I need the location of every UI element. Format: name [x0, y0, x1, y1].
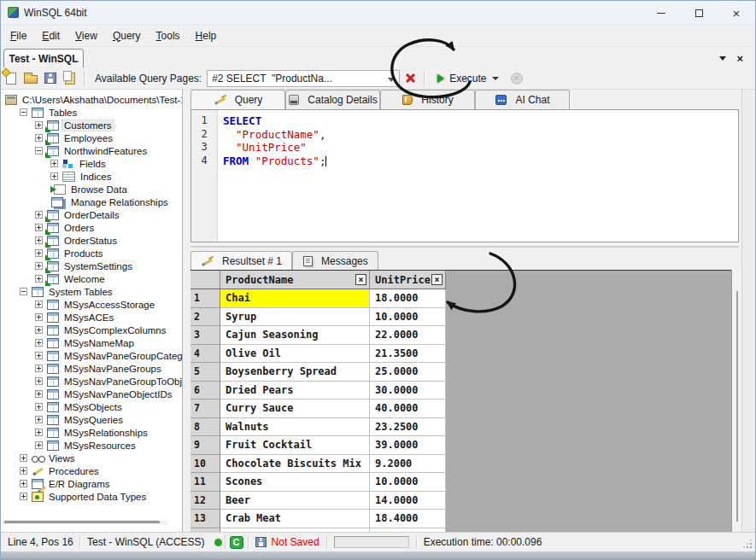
expander-plus-icon[interactable] — [50, 160, 58, 167]
expander-plus-icon[interactable] — [35, 352, 43, 359]
tab-resultset-1[interactable]: Resultset # 1 — [190, 251, 292, 270]
delete-query-page-button[interactable] — [401, 69, 419, 88]
cell-product-name[interactable]: Curry Sauce — [220, 400, 370, 418]
tree-item-msysnavpanegroups[interactable]: MSysNavPaneGroups — [1, 362, 182, 375]
tree-item-msyscomplexcolumns[interactable]: MSysComplexColumns — [1, 324, 182, 336]
editor-result-splitter[interactable] — [190, 246, 739, 248]
cell-product-name[interactable]: Dried Pears — [220, 382, 370, 400]
tree-item-msysresources[interactable]: MSysResources — [1, 439, 182, 452]
expander-plus-icon[interactable] — [35, 134, 43, 142]
row-number-cell[interactable]: 5 — [190, 363, 220, 382]
cell-unit-price[interactable]: 39.0000 — [370, 436, 446, 455]
cell-product-name[interactable]: Boysenberry Spread — [220, 363, 370, 382]
row-number-cell[interactable]: 6 — [190, 382, 220, 400]
close-button[interactable]: × — [718, 1, 755, 25]
expander-plus-icon[interactable] — [20, 480, 27, 487]
tree-item-northwindfeatures[interactable]: NorthwindFeatures — [1, 144, 182, 157]
tree-item-tables[interactable]: Tables — [1, 106, 182, 119]
row-number-cell[interactable]: 11 — [190, 473, 220, 492]
expander-plus-icon[interactable] — [35, 326, 43, 334]
tree-horizontal-scrollbar[interactable] — [3, 520, 168, 525]
tree-item-msysaccessstorage[interactable]: MSysAccessStorage — [1, 298, 182, 311]
cell-product-name[interactable]: Chai — [220, 289, 370, 308]
cell-unit-price[interactable]: 25.0000 — [370, 363, 446, 382]
open-button[interactable] — [21, 69, 40, 88]
cell-product-name[interactable]: Scones — [220, 473, 370, 492]
tree-item-manage-relationships[interactable]: Manage Relationships — [1, 195, 182, 208]
tab-list-dropdown-icon[interactable] — [719, 56, 726, 61]
expander-plus-icon[interactable] — [35, 339, 43, 347]
filter-icon[interactable]: × — [431, 274, 442, 285]
menu-tools[interactable]: Tools — [149, 26, 188, 45]
tree-item-msysobjects[interactable]: MSysObjects — [1, 400, 182, 413]
expander-plus-icon[interactable] — [35, 275, 43, 283]
tree-item-c-users-akshatha-documents-test-1-a[interactable]: C:\Users\Akshatha\Documents\Test-1.a — [1, 93, 182, 106]
execute-button[interactable]: Execute — [431, 71, 505, 86]
tree-item-msysnavpanegrouptoobjects[interactable]: MSysNavPaneGroupToObjects — [1, 375, 182, 388]
save-button[interactable] — [41, 69, 60, 88]
expander-plus-icon[interactable] — [35, 300, 43, 308]
expander-plus-icon[interactable] — [35, 365, 43, 372]
cell-unit-price[interactable]: 23.2500 — [370, 418, 446, 437]
sql-editor[interactable]: 1234 SELECT "ProductName", "UnitPrice"FR… — [190, 109, 739, 242]
expander-plus-icon[interactable] — [35, 416, 43, 423]
expander-minus-icon[interactable] — [20, 288, 27, 295]
close-tab-icon[interactable]: × — [736, 53, 743, 64]
expander-plus-icon[interactable] — [20, 454, 27, 462]
cell-unit-price[interactable]: 18.0000 — [370, 289, 446, 308]
maximize-button[interactable] — [680, 1, 718, 25]
menu-edit[interactable]: Edit — [34, 26, 67, 45]
execute-dropdown-icon[interactable] — [492, 77, 499, 80]
cell-unit-price[interactable]: 21.3500 — [370, 345, 446, 364]
column-header-unitprice[interactable]: UnitPrice× — [370, 271, 446, 289]
tree-item-msysnavpanegroupcategories[interactable]: MSysNavPaneGroupCategories — [1, 349, 182, 362]
row-number-cell[interactable]: 13 — [190, 510, 220, 528]
tree-item-employees[interactable]: Employees — [1, 131, 182, 144]
expander-plus-icon[interactable] — [35, 441, 43, 449]
row-number-cell[interactable]: 4 — [190, 345, 220, 364]
tab-test-winsql[interactable]: Test - WinSQL — [3, 49, 84, 67]
tree-item-systemsettings[interactable]: SystemSettings — [1, 260, 182, 272]
tree-item-system-tables[interactable]: System Tables — [1, 285, 182, 298]
cell-unit-price[interactable]: 30.0000 — [370, 382, 446, 400]
tab-history[interactable]: History — [380, 90, 475, 109]
tab-query[interactable]: Query — [190, 90, 285, 109]
tree-item-msysqueries[interactable]: MSysQueries — [1, 413, 182, 426]
expander-plus-icon[interactable] — [35, 313, 43, 321]
cell-unit-price[interactable]: 10.0000 — [370, 473, 446, 492]
row-number-cell[interactable]: 8 — [190, 418, 220, 437]
tree-item-supported-data-types[interactable]: Supported Data Types — [1, 490, 182, 503]
expander-plus-icon[interactable] — [35, 224, 43, 231]
cell-unit-price[interactable]: 18.4000 — [370, 510, 446, 528]
cell-product-name[interactable]: Olive Oil — [220, 345, 370, 364]
menu-query[interactable]: Query — [105, 26, 149, 45]
cell-product-name[interactable]: Beer — [220, 492, 370, 510]
row-number-cell[interactable]: 7 — [190, 400, 220, 418]
sql-code[interactable]: SELECT "ProductName", "UnitPrice"FROM "P… — [218, 110, 738, 242]
menu-help[interactable]: Help — [188, 26, 225, 45]
expander-plus-icon[interactable] — [20, 493, 27, 500]
menu-view[interactable]: View — [67, 26, 105, 45]
tree-item-msysnavpaneobjectids[interactable]: MSysNavPaneObjectIDs — [1, 388, 182, 400]
tree-item-fields[interactable]: Fields — [1, 157, 182, 170]
tab-ai-chat[interactable]: AI Chat — [475, 90, 570, 109]
row-number-cell[interactable]: 1 — [190, 289, 220, 308]
grid-corner-cell[interactable] — [190, 271, 220, 289]
tree-item-procedures[interactable]: Procedures — [1, 464, 182, 477]
tree-item-msysrelationships[interactable]: MSysRelationships — [1, 426, 182, 439]
tree-item-msysaces[interactable]: MSysACEs — [1, 311, 182, 324]
tree-item-customers[interactable]: Customers — [1, 119, 182, 131]
copy-button[interactable] — [61, 69, 79, 88]
tree-item-msysnamemap[interactable]: MSysNameMap — [1, 336, 182, 349]
resize-grip[interactable] — [741, 538, 753, 549]
cell-unit-price[interactable]: 14.0000 — [370, 492, 446, 510]
expander-minus-icon[interactable] — [35, 147, 43, 155]
minimize-button[interactable] — [642, 1, 680, 25]
cell-unit-price[interactable]: 10.0000 — [370, 308, 446, 327]
expander-plus-icon[interactable] — [35, 390, 43, 398]
row-number-cell[interactable]: 10 — [190, 455, 220, 474]
cell-unit-price[interactable]: 22.0000 — [370, 326, 446, 345]
new-query-page-button[interactable] — [2, 69, 21, 88]
cell-product-name[interactable]: Chocolate Biscuits Mix — [220, 455, 370, 474]
expander-plus-icon[interactable] — [35, 249, 43, 257]
